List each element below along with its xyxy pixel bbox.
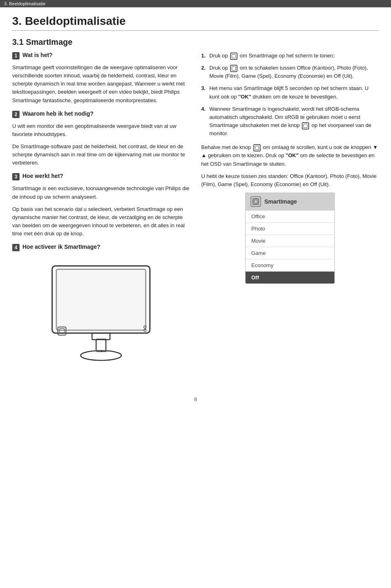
block-3-title: Hoe werkt het?	[22, 173, 63, 179]
smart-icon-1	[230, 53, 237, 60]
block-1-title: Wat is het?	[22, 52, 53, 58]
smartimage-widget: SmartImage OfficePhotoMovieGameEconomyOf…	[245, 193, 335, 284]
left-column: 1 Wat is het? SmartImage geeft voorinste…	[12, 52, 190, 372]
svg-rect-11	[253, 199, 259, 204]
chapter-number: 3.	[12, 15, 22, 27]
widget-menu-item-off[interactable]: Off	[246, 271, 334, 283]
block-4: 4 Hoe activeer ik SmartImage?	[12, 244, 190, 251]
right-step-2: 2. Druk op om te schakelen tussen Office…	[201, 64, 379, 80]
right-footer-2: U hebt de keuze tussen zes standen: Offi…	[201, 172, 379, 189]
widget-menu-item-economy[interactable]: Economy	[246, 259, 334, 271]
block-1-body: SmartImage geeft voorinstellingen die de…	[12, 64, 190, 105]
block-3-body1: SmartImage is een exclusieve, toonaangev…	[12, 184, 190, 201]
widget-menu-items[interactable]: OfficePhotoMovieGameEconomyOff	[246, 210, 334, 283]
block-2-num: 2	[12, 111, 20, 118]
widget-menu-item-movie[interactable]: Movie	[246, 235, 334, 247]
block-4-num: 4	[12, 244, 20, 251]
top-bar-label: 3. Beeldoptimalisatie	[4, 1, 46, 6]
chapter-title: 3. Beeldoptimalisatie	[12, 15, 379, 31]
chapter-title-text: Beeldoptimalisatie	[25, 15, 125, 27]
block-4-title: Hoe activeer ik SmartImage?	[22, 244, 100, 250]
widget-menu-item-game[interactable]: Game	[246, 247, 334, 259]
right-step-3: 3. Het menu van SmartImage blijft 5 seco…	[201, 84, 379, 101]
svg-rect-3	[92, 333, 110, 340]
block-2-title: Waarom heb ik het nodig?	[22, 110, 94, 117]
right-steps-list: 1. Druk op om SmartImage op het scherm t…	[201, 52, 379, 138]
right-footer-1: Behalve met de knop om omlaag te scrolle…	[201, 143, 379, 168]
block-2-body1: U wilt een monitor die een geoptimalisee…	[12, 122, 190, 138]
block-1: 1 Wat is het? SmartImage geeft voorinste…	[12, 52, 190, 105]
svg-rect-12	[254, 200, 257, 203]
smart-icon-4	[253, 144, 261, 151]
monitor-svg: PHILIPS	[44, 258, 158, 372]
section-1-title: 3.1 SmartImage	[12, 37, 379, 47]
smart-icon-2	[230, 65, 237, 72]
smartimage-header-icon	[250, 196, 261, 207]
widget-header-label: SmartImage	[264, 198, 297, 205]
widget-header: SmartImage	[246, 193, 334, 210]
right-step-1: 1. Druk op om SmartImage op het scherm t…	[201, 52, 379, 60]
monitor-illustration: PHILIPS	[12, 258, 190, 372]
top-bar: 3. Beeldoptimalisatie	[0, 0, 391, 7]
block-3-body2: Op basis van het scenario dat u selectee…	[12, 205, 190, 238]
block-3-num: 3	[12, 173, 20, 180]
block-2: 2 Waarom heb ik het nodig? U wilt een mo…	[12, 110, 190, 167]
smart-icon-3	[302, 122, 309, 129]
right-column: 1. Druk op om SmartImage op het scherm t…	[201, 52, 379, 372]
widget-menu-item-photo[interactable]: Photo	[246, 222, 334, 235]
page-number: 8	[0, 396, 391, 406]
block-1-num: 1	[12, 52, 20, 59]
block-2-body2: De SmartImage-software past de helderhei…	[12, 143, 190, 167]
right-step-4: 4. Wanneer SmartImage is ingeschakeld, w…	[201, 105, 379, 138]
svg-text:PHILIPS: PHILIPS	[95, 349, 108, 353]
svg-rect-2	[57, 270, 145, 329]
block-3: 3 Hoe werkt het? SmartImage is een exclu…	[12, 173, 190, 238]
widget-menu-item-office[interactable]: Office	[246, 210, 334, 222]
